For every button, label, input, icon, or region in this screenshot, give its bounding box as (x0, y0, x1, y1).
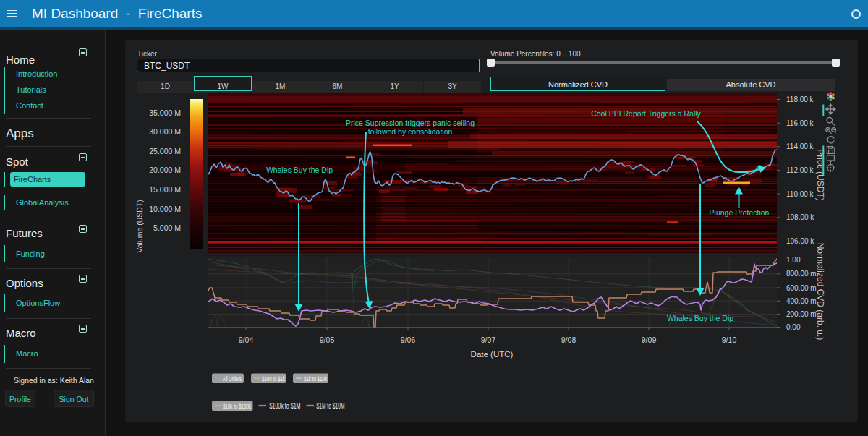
svg-text:400.00 m: 400.00 m (786, 297, 817, 305)
svg-text:112.00 k: 112.00 k (786, 166, 814, 174)
svg-text:106.00 k: 106.00 k (786, 237, 814, 245)
svg-text:110.00 k: 110.00 k (786, 190, 814, 198)
svg-text:Date (UTC): Date (UTC) (471, 350, 514, 359)
svg-text:118.00 k: 118.00 k (786, 95, 814, 103)
svg-text:10.000 M: 10.000 M (149, 205, 181, 213)
svg-text:9/09: 9/09 (642, 335, 657, 344)
svg-text:5.000 M: 5.000 M (153, 223, 181, 232)
svg-text:$1k to $10k: $1k to $10k (304, 375, 327, 382)
svg-text:All Orders: All Orders (223, 375, 242, 382)
svg-text:30.000 M: 30.000 M (149, 127, 181, 136)
svg-text:9/07: 9/07 (481, 335, 496, 344)
svg-text:Plunge Protection: Plunge Protection (710, 208, 770, 217)
svg-text:followed by consolidation: followed by consolidation (368, 127, 453, 136)
svg-text:1.00: 1.00 (786, 256, 801, 264)
svg-text:$100k to $1M: $100k to $1M (270, 402, 301, 410)
svg-text:20.000 M: 20.000 M (149, 166, 181, 174)
svg-text:Whales Buy the Dip: Whales Buy the Dip (266, 166, 333, 174)
svg-text:200.00 m: 200.00 m (786, 310, 817, 318)
svg-text:9/05: 9/05 (320, 335, 335, 344)
svg-text:$100 to $1k: $100 to $1k (262, 375, 285, 382)
svg-text:Cool PPI Report Triggers a Ral: Cool PPI Report Triggers a Rally (591, 109, 701, 118)
svg-text:35.000 M: 35.000 M (149, 108, 181, 117)
svg-text:Whales Buy the Dip: Whales Buy the Dip (667, 314, 733, 322)
svg-text:9/04: 9/04 (239, 335, 254, 344)
svg-text:600.00 m: 600.00 m (786, 284, 817, 292)
svg-text:Normalized CVD (arb. u.): Normalized CVD (arb. u.) (815, 243, 825, 341)
svg-text:Price Supression triggers pani: Price Supression triggers panic selling (346, 119, 475, 127)
svg-text:9/10: 9/10 (722, 335, 737, 344)
svg-text:25.000 M: 25.000 M (149, 147, 181, 155)
svg-text:116.00 k: 116.00 k (786, 119, 814, 127)
svg-text:9/06: 9/06 (401, 335, 416, 344)
svg-text:$10k to $100k: $10k to $100k (223, 402, 251, 410)
svg-text:108.00 k: 108.00 k (786, 213, 814, 221)
svg-text:800.00 m: 800.00 m (786, 270, 817, 278)
svg-text:$1M to $10M: $1M to $10M (317, 402, 345, 410)
svg-text:114.00 k: 114.00 k (786, 142, 814, 150)
svg-text:Volume (USDT): Volume (USDT) (135, 200, 144, 253)
svg-text:0.00: 0.00 (786, 323, 801, 331)
svg-text:9/08: 9/08 (561, 335, 576, 344)
svg-text:15.000 M: 15.000 M (149, 185, 181, 194)
